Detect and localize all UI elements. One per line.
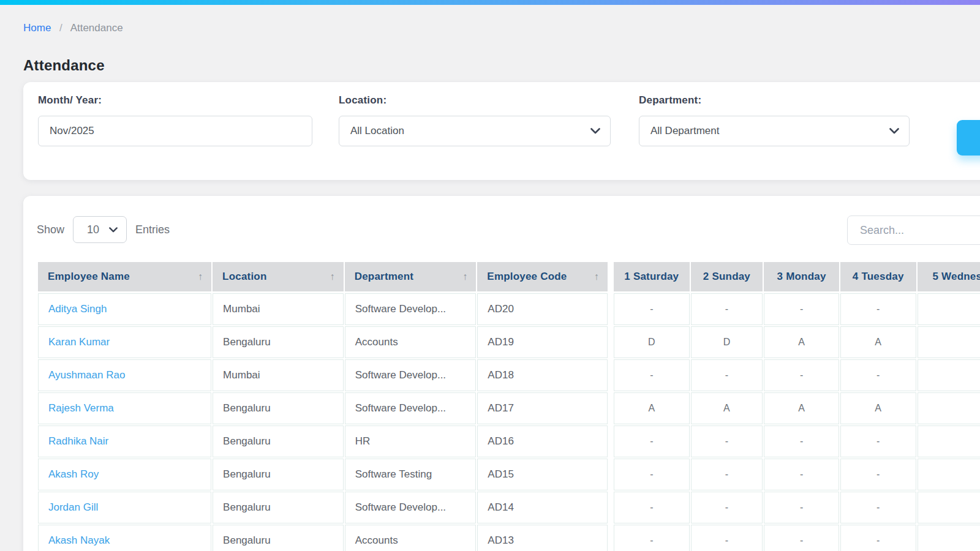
employee-name-link[interactable]: Jordan Gill: [48, 501, 98, 514]
employee-name-link[interactable]: Aditya Singh: [48, 303, 107, 315]
breadcrumb-separator: /: [59, 22, 62, 34]
month-year-input[interactable]: [38, 116, 312, 146]
employee-name-link[interactable]: Ayushmaan Rao: [48, 369, 125, 381]
location-select[interactable]: All Location: [339, 116, 611, 146]
attendance-cell: [918, 326, 980, 358]
employee-table: Employee Name ↑ Location ↑ Department ↑ …: [38, 262, 608, 551]
employee-name-link[interactable]: Akash Roy: [48, 468, 99, 481]
employee-code-cell: AD18: [477, 359, 608, 391]
column-header-department[interactable]: Department ↑: [345, 262, 477, 291]
attendance-cell: -: [691, 425, 763, 457]
attendance-cell: -: [691, 359, 763, 391]
table-row: - - - -: [614, 525, 980, 551]
attendance-cell: A: [614, 392, 690, 424]
employee-name-link[interactable]: Radhika Nair: [48, 435, 108, 448]
attendance-cell: -: [691, 525, 763, 551]
column-header-location[interactable]: Location ↑: [213, 262, 344, 291]
employee-name-cell: Akash Roy: [38, 459, 211, 490]
department-filter: Department: All Department: [639, 94, 910, 146]
table-row: Akash Nayak Bengaluru Accounts AD13: [38, 525, 608, 551]
location-select-value: All Location: [350, 125, 404, 137]
attendance-cell: -: [614, 492, 690, 523]
department-cell: Accounts: [345, 525, 477, 551]
month-year-filter: Month/ Year:: [38, 94, 312, 146]
location-filter: Location: All Location: [339, 94, 611, 146]
employee-name-cell: Jordan Gill: [38, 492, 211, 523]
search-input[interactable]: [847, 216, 980, 245]
attendance-cell: A: [840, 326, 916, 358]
top-accent-bar: [0, 0, 980, 5]
department-cell: Software Develop...: [345, 392, 477, 424]
table-row: A A A A: [614, 392, 980, 424]
chevron-down-icon: [590, 128, 600, 134]
attendance-cell: [918, 459, 980, 490]
employee-name-link[interactable]: Rajesh Verma: [48, 402, 114, 414]
attendance-days-table: 1 Saturday 2 Sunday 3 Monday 4 Tuesday 5…: [614, 262, 980, 551]
attendance-cell: A: [764, 326, 839, 358]
table-row: Ayushmaan Rao Mumbai Software Develop...…: [38, 359, 608, 391]
employee-name-cell: Akash Nayak: [38, 525, 211, 551]
breadcrumb: Home / Attendance: [23, 22, 123, 34]
location-cell: Mumbai: [213, 359, 344, 391]
location-cell: Bengaluru: [213, 425, 344, 457]
location-cell: Bengaluru: [213, 459, 344, 490]
table-row: Karan Kumar Bengaluru Accounts AD19: [38, 326, 608, 358]
sort-ascending-icon: ↑: [594, 271, 599, 282]
sort-ascending-icon: ↑: [198, 271, 203, 282]
attendance-cell: -: [764, 425, 839, 457]
employee-code-cell: AD14: [477, 492, 608, 523]
employee-name-link[interactable]: Karan Kumar: [48, 336, 110, 348]
column-header-employee-code[interactable]: Employee Code ↑: [477, 262, 608, 291]
attendance-cell: [918, 492, 980, 523]
column-header-employee-name[interactable]: Employee Name ↑: [38, 262, 211, 291]
location-cell: Bengaluru: [213, 525, 344, 551]
attendance-cell: -: [840, 525, 916, 551]
attendance-cell: -: [691, 459, 763, 490]
department-cell: Software Testing: [345, 459, 477, 490]
attendance-table-card: Show 10 Entries Employee Name ↑ Location…: [23, 196, 980, 551]
attendance-cell: A: [691, 392, 763, 424]
table-row: Radhika Nair Bengaluru HR AD16: [38, 425, 608, 457]
sort-ascending-icon: ↑: [462, 271, 467, 282]
location-label: Location:: [339, 94, 611, 107]
employee-code-cell: AD15: [477, 459, 608, 490]
employee-name-cell: Aditya Singh: [38, 293, 211, 325]
department-select[interactable]: All Department: [639, 116, 910, 146]
employee-code-cell: AD20: [477, 293, 608, 325]
month-year-label: Month/ Year:: [38, 94, 312, 107]
attendance-cell: -: [614, 525, 690, 551]
table-row: Jordan Gill Bengaluru Software Develop..…: [38, 492, 608, 523]
attendance-cell: -: [764, 293, 839, 325]
department-cell: Software Develop...: [345, 293, 477, 325]
table-row: Akash Roy Bengaluru Software Testing AD1…: [38, 459, 608, 490]
attendance-cell: -: [764, 492, 839, 523]
attendance-cell: -: [614, 293, 690, 325]
day-column-header: 3 Monday: [764, 262, 839, 291]
employee-name-cell: Karan Kumar: [38, 326, 211, 358]
filter-submit-button[interactable]: [957, 120, 980, 156]
attendance-cell: -: [691, 293, 763, 325]
employee-code-cell: AD16: [477, 425, 608, 457]
employee-name-link[interactable]: Akash Nayak: [48, 534, 110, 547]
table-row: - - - -: [614, 492, 980, 523]
breadcrumb-home-link[interactable]: Home: [23, 22, 51, 34]
table-row: - - - -: [614, 359, 980, 391]
attendance-cell: -: [764, 359, 839, 391]
attendance-cell: [918, 392, 980, 424]
day-column-header: 4 Tuesday: [840, 262, 916, 291]
attendance-cell: -: [614, 359, 690, 391]
page-size-select[interactable]: 10: [73, 216, 127, 243]
table-row: - - - -: [614, 293, 980, 325]
table-row: - - - -: [614, 425, 980, 457]
sort-ascending-icon: ↑: [330, 271, 335, 282]
page-size-value: 10: [87, 223, 99, 236]
entries-bar: Show 10 Entries: [37, 216, 170, 243]
page-title: Attendance: [23, 57, 105, 74]
attendance-cell: -: [840, 293, 916, 325]
employee-name-cell: Ayushmaan Rao: [38, 359, 211, 391]
employee-code-cell: AD13: [477, 525, 608, 551]
attendance-cell: -: [840, 492, 916, 523]
table-row: - - - -: [614, 459, 980, 490]
employee-code-cell: AD17: [477, 392, 608, 424]
filter-card: Month/ Year: Location: All Location Depa…: [23, 82, 980, 180]
